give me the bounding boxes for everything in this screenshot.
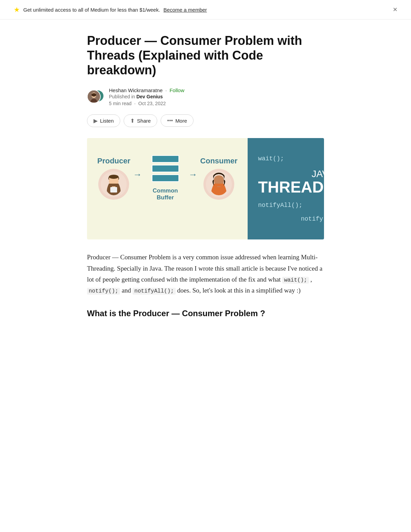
close-banner-button[interactable]: × (393, 6, 397, 13)
consumer-label: Consumer (200, 157, 238, 165)
diagram-left-panel: Producer (87, 138, 248, 240)
announcement-banner: ★ Get unlimited access to all of Medium … (0, 0, 411, 20)
avatar-main (87, 90, 101, 103)
java-label: JAVA (258, 169, 324, 180)
become-member-link[interactable]: Become a member (163, 7, 207, 13)
svg-rect-16 (215, 187, 223, 193)
more-label: More (175, 118, 187, 124)
section-heading: What is the Producer — Consumer Problem … (87, 309, 324, 318)
buffer-section: CommonBuffer (152, 155, 179, 201)
separator: · (134, 101, 136, 106)
author-dot: · (165, 87, 167, 93)
buffer-label: CommonBuffer (153, 187, 178, 201)
inline-code-notify: notify(); (87, 288, 120, 295)
banner-content: ★ Get unlimited access to all of Medium … (14, 5, 207, 14)
svg-rect-3 (91, 94, 96, 96)
read-time-date: 5 min read · Oct 23, 2022 (109, 101, 184, 106)
star-icon: ★ (14, 5, 20, 14)
buffer-box-1 (152, 155, 179, 163)
author-name: Heshan Wickramaratne (109, 87, 163, 93)
body-suffix: does. So, let's look at this in a simpli… (177, 287, 300, 294)
article-body-paragraph: Producer — Consumer Problem is a very co… (87, 252, 324, 296)
buffer-boxes (152, 155, 179, 182)
more-button[interactable]: ••• More (161, 114, 194, 127)
producer-section: Producer (97, 157, 130, 200)
share-icon: ⬆ (130, 117, 135, 124)
hero-image: Producer (87, 138, 324, 240)
article-container: Producer — Consumer Problem with Threads… (79, 20, 332, 344)
svg-rect-12 (110, 187, 117, 193)
inline-code-wait: wait(); (282, 277, 309, 284)
arrow-to-consumer: → (189, 170, 198, 187)
publish-date: Oct 23, 2022 (138, 101, 166, 106)
listen-button[interactable]: ▶ Listen (87, 114, 120, 127)
notify-all-label: notifyAll(); (258, 202, 302, 209)
share-button[interactable]: ⬆ Share (124, 114, 157, 127)
published-in: Published in Dev Genius (109, 94, 184, 99)
wait-label: wait(); (258, 155, 284, 162)
java-threads-block: JAVA THREADS (258, 169, 324, 195)
consumer-section: Consumer (200, 157, 238, 200)
share-label: Share (137, 118, 151, 124)
inline-code-notifyall: notifyAll(); (133, 288, 175, 295)
buffer-box-2 (152, 165, 179, 172)
producer-avatar (98, 169, 129, 200)
body-and: and (122, 287, 133, 294)
published-prefix: Published in (109, 94, 136, 99)
arrow-to-buffer: → (133, 170, 142, 187)
author-row: Heshan Wickramaratne · Follow Published … (87, 87, 324, 106)
action-bar: ▶ Listen ⬆ Share ••• More (87, 114, 324, 127)
follow-button[interactable]: Follow (170, 87, 184, 93)
diagram-row: Producer (97, 155, 237, 201)
ellipsis-icon: ••• (167, 117, 173, 124)
read-time: 5 min read (109, 101, 132, 106)
article-title: Producer — Consumer Problem with Threads… (87, 33, 324, 78)
publication-name[interactable]: Dev Genius (136, 94, 163, 99)
svg-point-13 (109, 175, 119, 179)
producer-label: Producer (97, 157, 130, 165)
threads-label: THREADS (258, 179, 324, 195)
listen-label: Listen (100, 118, 114, 124)
body-comma: , (310, 276, 312, 283)
play-icon: ▶ (94, 117, 98, 124)
author-name-row: Heshan Wickramaratne · Follow (109, 87, 184, 93)
author-avatar-stack (87, 90, 105, 103)
diagram-right-panel: wait(); JAVA THREADS notifyAll(); notify… (248, 138, 324, 240)
consumer-avatar (203, 169, 234, 200)
author-meta: Heshan Wickramaratne · Follow Published … (109, 87, 184, 106)
banner-text: Get unlimited access to all of Medium fo… (23, 7, 160, 13)
notify-label: notify(); (301, 215, 324, 222)
buffer-box-3 (152, 174, 179, 182)
